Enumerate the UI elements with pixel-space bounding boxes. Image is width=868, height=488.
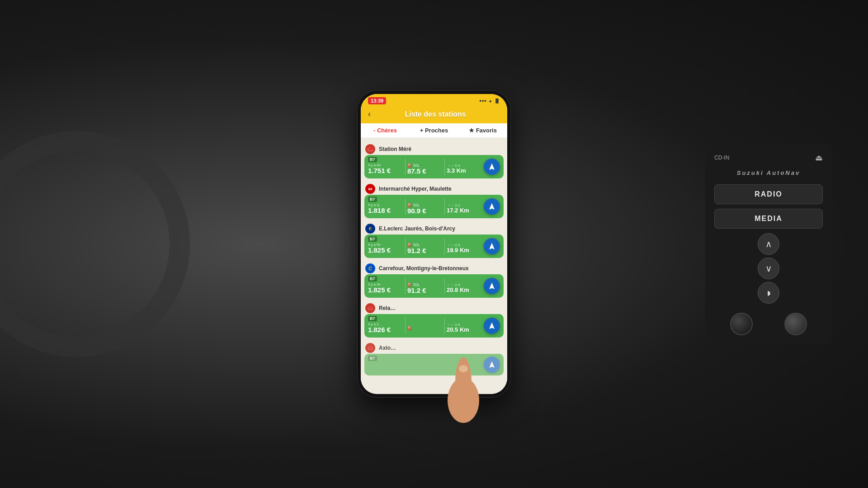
station-name-row-3: C Carrefour, Montigny-le-Bretonneux [364,262,504,274]
price-total-cell-0: ⛽ 50L 87.5 € [407,163,443,175]
price-total-cell-4: ⛽ [407,326,443,330]
navigate-button-0[interactable] [484,159,500,175]
station-logo-relais [365,144,375,154]
divider-4 [405,318,406,334]
tab-favorites[interactable]: ★ Favoris [458,123,507,137]
distance-cell-0: →→ 0.4 3.3 Km [447,164,482,174]
status-icons: ●●● ▲ ▐▌ [479,99,500,103]
price-value-2: 1.825 € [368,247,391,254]
station-item-5: Axio… B7 [364,341,504,375]
price-value-4: 1.826 € [368,326,391,334]
divider-1b [444,198,445,215]
distance-cell-3: →→ 2.6 20.8 Km [447,283,482,293]
radio-button[interactable]: RADIO [714,184,823,204]
nav-left-button[interactable]: ◗ [758,282,779,304]
fuel-badge-4: B7 [368,316,377,321]
price-card-5[interactable]: B7 [364,354,504,375]
station-name-2: E.Leclerc Jaurès, Bois-d'Arcy [379,225,455,232]
station-logo-relais-2 [365,303,375,313]
phone-screen: 13:39 ●●● ▲ ▐▌ ‹ Liste des stations - Ch… [361,94,507,394]
station-name-row-2: E E.Leclerc Jaurès, Bois-d'Arcy [364,222,504,235]
price-card-0[interactable]: B7 Il y a 4h 1.751 € ⛽ 50L 87.5 € →→ 0. [364,155,504,178]
station-name-5: Axio… [379,345,396,351]
navigate-button-5[interactable] [484,357,500,373]
station-name-4: Rela… [379,305,396,311]
app-header: ‹ Liste des stations [361,107,507,123]
price-total-0: 87.5 € [407,168,426,175]
station-name-row: Station Méré [364,142,504,155]
station-name-row-5: Axio… [364,341,504,354]
tab-cheap[interactable]: - Chères [361,123,410,137]
distance-value-2: 19.9 Km [447,247,469,253]
phone-device: 13:39 ●●● ▲ ▐▌ ‹ Liste des stations - Ch… [357,90,511,398]
station-logo-axio [365,343,375,353]
divider-1 [405,198,406,215]
price-value-3: 1.825 € [368,286,391,294]
radio-brand: Suzuki AutoNav [714,169,823,176]
station-item-2: E E.Leclerc Jaurès, Bois-d'Arcy B7 Il y … [364,222,504,258]
price-card-1[interactable]: B7 Il y a 1j 1.818 € ⛽ 50L 90.9 € →→ 2. [364,195,504,218]
distance-cell-2: →→ 2.5 19.9 Km [447,243,482,253]
price-age-2: Il y a 5h 1.825 € [368,243,403,254]
header-title: Liste des stations [371,110,500,118]
price-age-0: Il y a 4h 1.751 € [368,163,403,175]
radio-panel: CD-IN ⏏ Suzuki AutoNav RADIO MEDIA ∧ ∨ ◗ [705,144,832,344]
divider-0b [444,159,445,175]
station-item-3: C Carrefour, Montigny-le-Bretonneux B7 I… [364,262,504,298]
price-card-4[interactable]: B7 Il y a 2… 1.826 € ⛽ →→ 2.6 [364,314,504,338]
fuel-badge-3: B7 [368,276,377,282]
nav-up-button[interactable]: ∧ [758,233,779,255]
radio-knobs-row [714,313,823,335]
distance-value-4: 20.5 Km [447,327,469,333]
navigate-button-4[interactable] [484,318,500,334]
price-age-1: Il y a 1j 1.818 € [368,203,403,215]
radio-nav-buttons: ∧ ∨ ◗ [714,233,823,304]
tab-close[interactable]: + Proches [410,123,458,137]
fuel-badge-0: B7 [368,157,377,162]
price-total-1: 90.9 € [407,207,426,215]
status-bar: 13:39 ●●● ▲ ▐▌ [361,94,507,107]
divider-3b [444,278,445,294]
price-card-3[interactable]: B7 Il y a 4h 1.825 € ⛽ 50L 91.2 € →→ 2. [364,274,504,298]
divider-3 [405,278,406,294]
station-item-1: IM Intermarché Hyper, Maulette B7 Il y a… [364,182,504,218]
station-item: Station Méré B7 Il y a 4h 1.751 € ⛽ 50L … [364,142,504,178]
divider-4b [444,318,445,334]
signal-icon: ●●● [479,99,486,103]
station-name-row-4: Rela… [364,301,504,314]
price-card-2[interactable]: B7 Il y a 5h 1.825 € ⛽ 50L 91.2 € →→ 2. [364,235,504,258]
distance-cell-1: →→ 2.2 17.2 Km [447,203,482,214]
station-name-3: Carrefour, Montigny-le-Bretonneux [379,265,469,272]
cd-indicator: CD-IN [714,155,729,161]
divider-2 [405,238,406,254]
divider-0 [405,159,406,175]
eject-icon: ⏏ [815,153,823,163]
wifi-icon: ▲ [488,99,492,103]
battery-icon: ▐▌ [494,99,500,103]
station-logo-intermarche: IM [365,184,375,194]
distance-value-3: 20.8 Km [447,287,469,293]
station-item-4: Rela… B7 Il y a 2… 1.826 € ⛽ [364,301,504,338]
fuel-badge-2: B7 [368,236,377,242]
price-total-3: 91.2 € [407,287,426,295]
media-button[interactable]: MEDIA [714,209,823,229]
volume-knob[interactable] [784,313,807,335]
navigate-button-1[interactable] [484,198,500,215]
station-list: Station Méré B7 Il y a 4h 1.751 € ⛽ 50L … [361,138,507,394]
fuel-badge-5: B7 [368,356,377,361]
fuel-badge-1: B7 [368,197,377,202]
navigate-button-3[interactable] [484,278,500,294]
price-total-2: 91.2 € [407,247,426,255]
distance-cell-4: →→ 2.6 20.5 Km [447,323,482,333]
price-age-3: Il y a 4h 1.825 € [368,282,403,294]
distance-value-1: 17.2 Km [447,207,469,214]
station-name-1: Intermarché Hyper, Maulette [379,186,452,192]
price-total-cell-3: ⛽ 50L 91.2 € [407,282,443,295]
price-total-cell-2: ⛽ 50L 91.2 € [407,243,443,255]
radio-top-bar: CD-IN ⏏ [714,153,823,163]
nav-down-button[interactable]: ∨ [758,258,779,279]
power-knob[interactable] [730,313,753,335]
divider-2b [444,238,445,254]
distance-value-0: 3.3 Km [447,168,466,174]
navigate-button-2[interactable] [484,238,500,254]
